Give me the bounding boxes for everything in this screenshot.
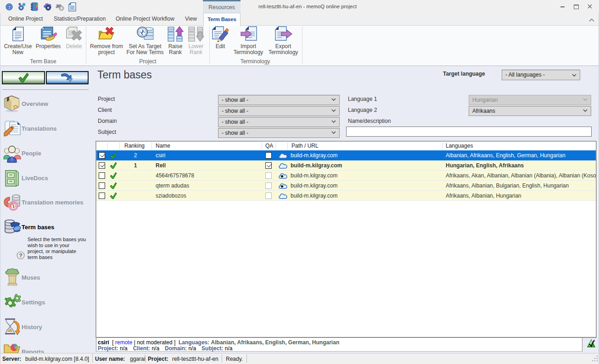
svg-text:?: ?	[8, 5, 11, 10]
svg-text:?: ?	[19, 253, 22, 258]
